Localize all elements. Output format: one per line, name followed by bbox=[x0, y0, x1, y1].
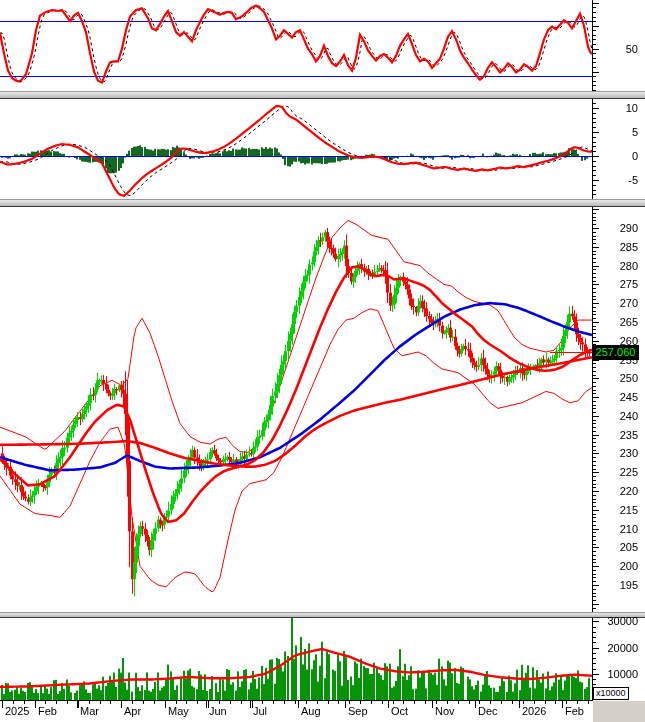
x-axis-label: Mar bbox=[80, 705, 99, 717]
panel-splitter[interactable] bbox=[0, 91, 645, 99]
x-axis-label: Sep bbox=[348, 705, 368, 717]
x-axis-label: Jul bbox=[253, 705, 267, 717]
x-axis-label: Apr bbox=[124, 705, 141, 717]
panel-splitter[interactable] bbox=[0, 199, 645, 207]
x-axis-label: Oct bbox=[391, 705, 408, 717]
y-axis-tick-label: 50 bbox=[596, 43, 638, 56]
y-axis-tick-label: 20000 bbox=[596, 642, 638, 655]
x-axis-label: Feb bbox=[38, 705, 57, 717]
x-axis-label: Jun bbox=[209, 705, 227, 717]
x-axis-label: Dec bbox=[478, 705, 498, 717]
x-axis-label: Aug bbox=[301, 705, 321, 717]
y-axis-tick-label: 210 bbox=[596, 523, 638, 536]
y-axis-tick-label: 5 bbox=[596, 126, 638, 139]
y-axis-tick-label: 215 bbox=[596, 504, 638, 517]
y-axis-tick-label: 205 bbox=[596, 541, 638, 554]
y-axis-tick-label: 220 bbox=[596, 485, 638, 498]
macd-panel[interactable] bbox=[0, 99, 645, 199]
y-axis-tick-label: 240 bbox=[596, 410, 638, 423]
x-axis-label: 2026 bbox=[522, 705, 546, 717]
y-axis-tick-label: 225 bbox=[596, 466, 638, 479]
y-axis-tick-label: 0 bbox=[596, 150, 638, 163]
y-axis-tick-label: 230 bbox=[596, 447, 638, 460]
y-axis-tick-label: 275 bbox=[596, 278, 638, 291]
y-axis-tick-label: 245 bbox=[596, 391, 638, 404]
y-axis-tick-label: 290 bbox=[596, 222, 638, 235]
corner-filler bbox=[593, 701, 645, 722]
y-axis-tick-label: -5 bbox=[596, 174, 638, 187]
x-axis-label: Nov bbox=[435, 705, 455, 717]
y-axis-tick-label: 270 bbox=[596, 297, 638, 310]
y-axis-tick-label: 265 bbox=[596, 316, 638, 329]
chart-window: 501050-529028528027527026526025525024524… bbox=[0, 0, 645, 722]
volume-panel[interactable] bbox=[0, 618, 645, 700]
y-axis-tick-label: 10 bbox=[596, 102, 638, 115]
x-axis-label: 2025 bbox=[5, 705, 29, 717]
x-axis-label: May bbox=[168, 705, 189, 717]
y-axis-tick-label: 280 bbox=[596, 260, 638, 273]
x-axis-label: Feb bbox=[565, 705, 584, 717]
stochastic-panel[interactable] bbox=[0, 0, 645, 91]
y-axis-tick-label: 10000 bbox=[596, 668, 638, 681]
y-axis-tick-label: 285 bbox=[596, 241, 638, 254]
y-axis-tick-label: 195 bbox=[596, 579, 638, 592]
price-panel[interactable] bbox=[0, 207, 645, 612]
y-axis-tick-label: 235 bbox=[596, 429, 638, 442]
last-price-label: 257.060 bbox=[592, 345, 639, 360]
y-axis-tick-label: 200 bbox=[596, 560, 638, 573]
y-axis-tick-label: 250 bbox=[596, 372, 638, 385]
y-axis-tick-label: 30000 bbox=[596, 615, 638, 628]
volume-multiplier-label: x10000 bbox=[593, 687, 629, 700]
